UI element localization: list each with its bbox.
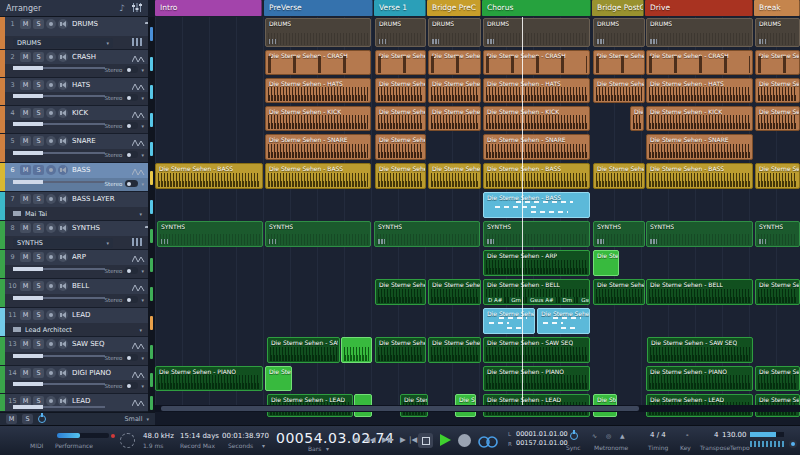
rewind-button[interactable]: ◀◀ <box>364 435 376 444</box>
monitor-button[interactable] <box>58 223 68 233</box>
output-toggle[interactable] <box>789 440 797 448</box>
clip[interactable]: Die Sterne Sehen - <box>428 279 481 305</box>
clip[interactable]: Die Sterne Sehen - <box>375 78 426 103</box>
record-arm-button[interactable] <box>46 19 56 29</box>
playhead[interactable] <box>522 17 523 405</box>
clip[interactable]: Die Sterne Sehen - KICK <box>646 106 753 131</box>
timing-value[interactable]: 4 / 4 <box>650 431 666 439</box>
tempo-value[interactable]: 130.00 <box>722 431 747 439</box>
clip[interactable]: Die Sterne Sehen - BASS <box>483 163 590 189</box>
main-time-unit[interactable]: Bars <box>308 445 321 452</box>
clip[interactable]: Die Sterne Sehen - <box>375 106 426 131</box>
clip[interactable]: SYNTHS <box>646 221 753 247</box>
bus-select[interactable]: DRUMS▾ <box>13 38 113 48</box>
clip[interactable]: SYNTHS <box>593 221 645 247</box>
clip[interactable]: Die Sterne Sehen - CRASH <box>646 50 753 75</box>
instrument-select[interactable]: Mai Tai▾ <box>13 209 142 219</box>
clip[interactable]: SYNTHS <box>265 221 371 247</box>
volume-fader[interactable] <box>13 95 105 97</box>
clip[interactable]: Die Sterne Sehen - <box>593 163 645 189</box>
mute-button[interactable]: M <box>20 339 31 349</box>
arranger-section-bridge-prec[interactable]: Bridge PreC <box>427 0 481 16</box>
arranger-section-chorus[interactable]: Chorus <box>482 0 591 16</box>
next-bar-button[interactable]: ▶ <box>400 435 406 444</box>
solo-button[interactable]: S <box>33 108 44 118</box>
clip[interactable]: Die Sterne Sehen - <box>375 163 426 189</box>
monitor-button[interactable] <box>58 19 68 29</box>
track-header-lead[interactable]: 11MSLEADLead Architect▾ <box>0 308 148 337</box>
clip[interactable]: SYNTHS <box>374 221 480 247</box>
mute-button[interactable]: M <box>20 252 31 262</box>
stereo-toggle[interactable] <box>125 296 138 303</box>
precount-icon[interactable]: ∿ <box>592 432 597 439</box>
instrument-select[interactable]: Lead Architect▾ <box>13 325 142 335</box>
clip[interactable]: DRUMS <box>428 18 481 47</box>
track-header-saw-seq[interactable]: 13MSSAW SEQStereo▾ <box>0 337 148 366</box>
stereo-control[interactable]: Stereo▾ <box>105 354 144 361</box>
clip[interactable]: Die Sterne Sehen - <box>428 106 481 131</box>
fast-forward-button[interactable]: ▶▶ <box>382 435 394 444</box>
track-header-snare[interactable]: 5MSSNAREStereo▾ <box>0 134 148 163</box>
record-arm-button[interactable] <box>46 252 56 262</box>
clip[interactable]: Die Sterne Sehen - ARP <box>483 250 590 276</box>
clip[interactable]: Die Sterne Sehen - <box>428 337 481 363</box>
clip[interactable]: Die Sterne Sehen - <box>428 78 481 103</box>
music-note-icon[interactable]: ♪ <box>119 3 125 13</box>
loop-start-value[interactable]: 00001.01.01.00 <box>516 430 568 438</box>
track-header-bass[interactable]: 6MSBASSStereo▾ <box>0 163 148 192</box>
monitor-button[interactable] <box>58 310 68 320</box>
clip[interactable]: Die Ster <box>265 366 292 391</box>
clip[interactable]: Die Sterne Sehen - BASS <box>483 192 590 218</box>
bus-select[interactable]: SYNTHS▾ <box>13 238 113 248</box>
record-arm-button[interactable] <box>46 396 56 406</box>
stereo-toggle[interactable] <box>125 94 138 101</box>
monitor-button[interactable] <box>58 194 68 204</box>
volume-fader[interactable] <box>13 355 105 357</box>
clip[interactable]: DRUMS <box>265 18 371 47</box>
record-button[interactable] <box>458 434 471 447</box>
record-arm-button[interactable] <box>46 339 56 349</box>
clip[interactable]: Die Sterne Sehen - PIANO <box>646 366 753 391</box>
horizontal-scrollbar-thumb[interactable] <box>161 406 639 411</box>
track-header-arp[interactable]: 9MSARPStereo▾ <box>0 250 148 279</box>
mute-button[interactable]: M <box>20 223 31 233</box>
clip[interactable]: DRUMS <box>646 18 753 47</box>
clip[interactable]: Die Sterne Sehen - <box>375 279 426 305</box>
sync-power-icon[interactable] <box>570 432 578 440</box>
stereo-toggle[interactable] <box>125 267 138 274</box>
clip[interactable] <box>341 337 372 363</box>
record-arm-button[interactable] <box>46 194 56 204</box>
mute-button[interactable]: M <box>20 310 31 320</box>
clip[interactable]: Die Sterne Sehen - <box>428 50 481 75</box>
volume-fader[interactable] <box>13 406 105 408</box>
solo-button[interactable]: S <box>33 281 44 291</box>
record-arm-button[interactable] <box>46 136 56 146</box>
clip[interactable]: SYNTHS <box>755 221 800 247</box>
secondary-time-unit[interactable]: Seconds <box>228 442 253 449</box>
mute-button[interactable]: M <box>20 165 31 175</box>
clip[interactable]: Die Sterne Sehen - <box>375 337 426 363</box>
record-arm-button[interactable] <box>46 80 56 90</box>
clip[interactable]: Die Sterne Sehen <box>428 163 481 189</box>
track-header-bass-layer[interactable]: 7MSBASS LAYERMai Tai▾ <box>0 192 148 221</box>
solo-button[interactable]: S <box>33 252 44 262</box>
power-icon[interactable] <box>38 415 46 423</box>
performance-label[interactable]: Performance <box>55 442 93 449</box>
sync-label[interactable]: Sync <box>566 444 580 451</box>
clip[interactable]: Die Sterne Sehen - <box>375 50 426 75</box>
stereo-control[interactable]: Stereo▾ <box>105 296 144 303</box>
solo-button[interactable]: S <box>33 19 44 29</box>
stop-button[interactable] <box>418 433 433 448</box>
stereo-toggle[interactable] <box>125 66 138 73</box>
record-arm-button[interactable] <box>46 108 56 118</box>
clip[interactable]: DRUMS <box>593 18 645 47</box>
solo-button[interactable]: S <box>33 194 44 204</box>
chevron-down-icon[interactable]: ▾ <box>326 445 329 452</box>
clip[interactable]: SYNTHS <box>157 221 263 247</box>
arranger-section-verse-1[interactable]: Verse 1 <box>374 0 426 16</box>
solo-button[interactable]: S <box>33 339 44 349</box>
clip[interactable]: Die Sterne Sehen - PIANO <box>483 366 590 391</box>
stereo-toggle[interactable] <box>125 151 138 158</box>
mute-button[interactable]: M <box>20 194 31 204</box>
mute-button[interactable]: M <box>20 80 31 90</box>
